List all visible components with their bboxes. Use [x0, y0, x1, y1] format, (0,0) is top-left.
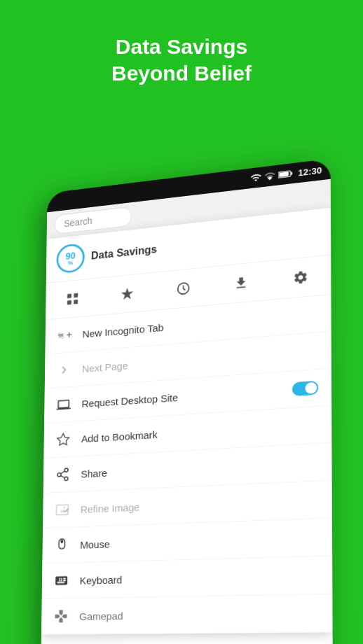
- wifi-icon: [250, 172, 261, 183]
- gamepad-icon: [53, 608, 69, 624]
- toolbar-settings-icon[interactable]: [288, 264, 314, 291]
- savings-badge: 90 %: [56, 243, 85, 274]
- svg-rect-6: [74, 300, 78, 304]
- toolbar-tabs-icon[interactable]: [61, 286, 84, 312]
- chevron-right-icon: [56, 361, 71, 378]
- star-outline-icon: [55, 431, 71, 448]
- share-icon: [55, 466, 70, 483]
- menu-label-refine-image: Refine Image: [81, 501, 140, 515]
- menu-label-share: Share: [81, 467, 107, 479]
- time-display: 12:30: [298, 164, 322, 178]
- svg-point-9: [61, 335, 63, 337]
- menu-label-request-desktop: Request Desktop Site: [81, 391, 178, 409]
- svg-point-21: [61, 540, 63, 542]
- menu-item-keyboard[interactable]: Keyboard: [42, 556, 333, 598]
- app-header: Data Savings Beyond Belief: [0, 0, 363, 107]
- svg-rect-2: [279, 172, 288, 177]
- menu-label-gamepad: Gamepad: [79, 610, 123, 622]
- incognito-icon: +: [57, 327, 72, 344]
- savings-title: Data Savings: [91, 244, 157, 262]
- dropdown-panel: 90 % Data Savings: [41, 208, 333, 635]
- toggle-switch[interactable]: [292, 381, 318, 396]
- phone-container: 12:30 Search 90 % Data Savings: [34, 161, 329, 644]
- mouse-icon: [54, 537, 69, 554]
- battery-icon: [278, 169, 292, 179]
- svg-rect-4: [74, 293, 78, 298]
- toolbar-history-icon[interactable]: [171, 275, 196, 302]
- signal-icon: [264, 170, 275, 182]
- menu-label-keyboard: Keyboard: [80, 573, 123, 586]
- menu-label-add-bookmark: Add to Bookmark: [81, 428, 158, 444]
- svg-rect-3: [67, 294, 71, 299]
- menu-item-gamepad[interactable]: Gamepad: [41, 594, 333, 635]
- toolbar-bookmarks-icon[interactable]: [115, 281, 139, 307]
- menu-label-new-incognito-tab: New Incognito Tab: [83, 321, 164, 340]
- svg-line-17: [61, 471, 65, 474]
- search-box[interactable]: Search: [54, 206, 132, 234]
- svg-rect-1: [291, 172, 292, 175]
- svg-point-13: [64, 468, 68, 472]
- headline: Data Savings Beyond Belief: [0, 34, 363, 86]
- svg-point-14: [57, 473, 61, 477]
- svg-rect-5: [67, 300, 71, 304]
- menu-label-mouse: Mouse: [80, 538, 110, 550]
- svg-point-15: [64, 477, 68, 480]
- menu-label-next-page: Next Page: [82, 360, 128, 374]
- image-edit-icon: [55, 501, 70, 518]
- keyboard-icon: [53, 573, 69, 589]
- phone-shell: 12:30 Search 90 % Data Savings: [41, 159, 332, 644]
- svg-line-16: [61, 475, 65, 478]
- desktop-icon: [56, 396, 71, 413]
- toolbar-downloads-icon[interactable]: [228, 270, 254, 296]
